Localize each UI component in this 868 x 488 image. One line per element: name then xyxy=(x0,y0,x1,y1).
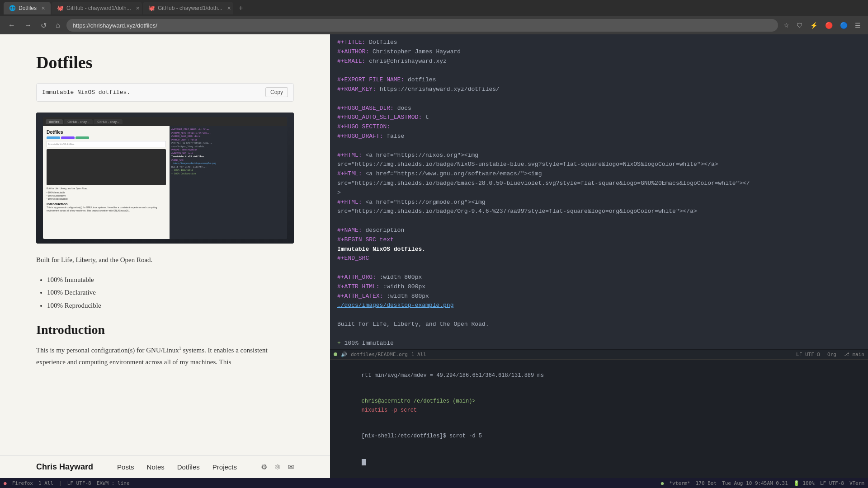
sys-encoding-right: LF UTF-8 xyxy=(820,480,844,486)
sys-datetime: Tue Aug 10 9:45AM 0.31 xyxy=(722,480,788,486)
sys-battery: 🔋 100% xyxy=(793,480,815,486)
tab-close-button-2[interactable]: ✕ xyxy=(136,5,140,11)
github-icon[interactable]: ⚙ xyxy=(261,463,267,471)
mini-tabs: dotfiles GitHub - chay... GitHub - chay.… xyxy=(43,117,287,126)
tab-github-1[interactable]: 🐙 GitHub - chayward1/doth... ✕ xyxy=(52,2,142,14)
editor-line-31 xyxy=(337,329,861,339)
sys-bot-count: 170 Bot xyxy=(696,480,717,486)
editor-line-13: src="https://img.shields.io/badge/NixOS-… xyxy=(337,160,861,169)
browser-chrome: 🌐 Dotfiles ✕ 🐙 GitHub - chayward1/doth..… xyxy=(0,0,868,34)
mini-editor-line-5: #+HUGO_DRAFT: false xyxy=(171,138,285,142)
terminal-cursor-line[interactable] xyxy=(335,449,863,475)
tab-favicon-2: 🐙 xyxy=(57,5,64,11)
mini-editor-line-12: Immutable NixOS dotfiles. xyxy=(171,155,285,159)
editor-line-30: Built for Life, Liberty, and the Open Ro… xyxy=(337,320,861,329)
terminal-prompt-line: chris@acernitro /e/dotfiles (main)> nixu… xyxy=(335,389,863,423)
tab-favicon: 🌐 xyxy=(9,5,16,11)
editor-line-26: #+ATTR_HTML: :width 800px xyxy=(337,282,861,292)
footer-link-notes[interactable]: Notes xyxy=(147,463,165,471)
mini-tab-3: GitHub - chay... xyxy=(94,119,123,124)
social-icon-2[interactable]: ⚛ xyxy=(274,463,281,471)
editor-content[interactable]: #+TITLE: Dotfiles#+AUTHOR: Christopher J… xyxy=(330,34,868,349)
main-area: Dotfiles Immutable NixOS dotfiles. Copy … xyxy=(0,34,868,478)
terminal-area[interactable]: rtt min/avg/max/mdev = 49.294/186.651/36… xyxy=(330,359,868,478)
footer-links: Posts Notes Dotfiles Projects xyxy=(117,463,237,471)
mini-editor-line-20: + 100% Declarative xyxy=(171,172,285,176)
tab-dotfiles[interactable]: 🌐 Dotfiles ✕ xyxy=(4,2,51,14)
tab-close-button[interactable]: ✕ xyxy=(41,5,45,11)
status-indicator xyxy=(334,352,337,356)
mini-editor: #+EXPORT_FILE_NAME: dotfiles #+ROAM_KEY:… xyxy=(170,126,287,239)
editor-line-29 xyxy=(337,310,861,320)
back-button[interactable]: ← xyxy=(5,19,18,31)
mini-page-title: Dotfiles xyxy=(47,130,166,135)
mini-screenshot xyxy=(47,149,166,185)
mini-tab-2: GitHub - chay... xyxy=(64,119,93,124)
mini-intro-text: This is my personal configuration(s) for… xyxy=(47,206,166,212)
extension-button-2[interactable]: ⚡ xyxy=(808,21,820,30)
footer-link-posts[interactable]: Posts xyxy=(117,463,134,471)
tab-close-button-3[interactable]: ✕ xyxy=(227,5,231,11)
tab-github-2[interactable]: 🐙 GitHub - chayward1/doth... ✕ xyxy=(143,2,233,14)
footer-social-icons: ⚙ ⚛ ✉ xyxy=(261,463,294,471)
intro-heading: Introduction xyxy=(36,323,294,337)
code-block-header: Immutable NixOS dotfiles. Copy xyxy=(37,84,293,101)
mini-editor-line-1: #+EXPORT_FILE_NAME: dotfiles xyxy=(171,128,285,131)
mini-content: Dotfiles Immutable NixOS dotfiles. Built… xyxy=(43,126,287,239)
new-tab-button[interactable]: + xyxy=(236,4,245,12)
editor-line-32: + 100% Immutable xyxy=(337,339,861,348)
editor-line-6 xyxy=(337,94,861,104)
intro-paragraph: This is my personal configuration(s) for… xyxy=(36,344,294,368)
mini-editor-line-8: src="https://img.shields... xyxy=(171,145,285,149)
screenshot-inner: dotfiles GitHub - chay... GitHub - chay.… xyxy=(36,113,294,244)
terminal-prompt: chris@acernitro /e/dotfiles (main)> xyxy=(362,398,476,404)
sys-vterm-label: *vterm* xyxy=(669,480,690,486)
tab-favicon-3: 🐙 xyxy=(148,5,155,11)
code-block-text: Immutable NixOS dotfiles. xyxy=(42,89,130,96)
extension-button-4[interactable]: 🔵 xyxy=(838,21,849,30)
intro-text-1: This is my personal configuration(s) for… xyxy=(36,347,179,354)
address-bar[interactable] xyxy=(66,19,778,32)
home-button[interactable]: ⌂ xyxy=(53,19,63,31)
mini-page: Dotfiles Immutable NixOS dotfiles. Built… xyxy=(43,126,170,239)
editor-line-16: > xyxy=(337,188,861,198)
editor-line-7: #+HUGO_BASE_DIR: docs xyxy=(337,104,861,113)
editor-statusbar: 🔊 dotfiles/README.org 1 All LF UTF-8 Org… xyxy=(330,349,868,359)
mini-body-text: Built for Life, Liberty, and the Open Ro… xyxy=(47,187,166,190)
menu-button[interactable]: ☰ xyxy=(853,21,863,30)
editor-line-4: #+EXPORT_FILE_NAME: dotfiles xyxy=(337,75,861,85)
terminal-shell-line: [nix-shell:/etc/dotfiles]$ scrot -d 5 xyxy=(335,423,863,450)
mini-badge-3 xyxy=(75,136,89,139)
extension-button-3[interactable]: 🔴 xyxy=(823,21,835,30)
editor-line-18: src="https://img.shields.io/badge/Org-9.… xyxy=(337,207,861,216)
editor-encoding: LF UTF-8 xyxy=(796,352,820,357)
editor-line-2: #+EMAIL: chris@chrishayward.xyz xyxy=(337,57,861,66)
email-icon[interactable]: ✉ xyxy=(288,463,294,471)
extension-button-1[interactable]: 🛡 xyxy=(795,21,805,30)
screenshot-preview: dotfiles GitHub - chay... GitHub - chay.… xyxy=(36,113,294,244)
footer-link-projects[interactable]: Projects xyxy=(212,463,237,471)
sys-firefox-label: Firefox xyxy=(12,480,33,486)
list-item-1: 100% Immutable xyxy=(47,273,294,286)
reload-button[interactable]: ↺ xyxy=(38,19,49,32)
editor-line-10: #+HUGO_DRAFT: false xyxy=(337,132,861,141)
editor-panel: #+TITLE: Dotfiles#+AUTHOR: Christopher J… xyxy=(330,34,868,478)
tab-bar: 🌐 Dotfiles ✕ 🐙 GitHub - chayward1/doth..… xyxy=(0,0,868,16)
editor-line-22: Immutable NixOS dotfiles. xyxy=(337,245,861,254)
copy-button[interactable]: Copy xyxy=(265,87,288,97)
tab-label-2: GitHub - chayward1/doth... xyxy=(66,5,131,11)
mini-editor-line-15: ./docs/images/desktop-example.png xyxy=(171,162,285,165)
page-title: Dotfiles xyxy=(36,52,294,72)
footer-link-dotfiles[interactable]: Dotfiles xyxy=(177,463,200,471)
mini-browser-preview: dotfiles GitHub - chay... GitHub - chay.… xyxy=(43,117,287,239)
mini-editor-line-17: Built for Life, Liberty... xyxy=(171,165,285,169)
sys-separator-1: | xyxy=(59,480,62,486)
editor-line-0: #+TITLE: Dotfiles xyxy=(337,38,861,47)
mini-badge-2 xyxy=(61,136,75,139)
sys-dot-right: ● xyxy=(661,480,664,486)
bookmark-button[interactable]: ☆ xyxy=(782,21,791,30)
forward-button[interactable]: → xyxy=(22,19,34,31)
editor-line-12: #+HTML: <a href="https://nixos.org"><img xyxy=(337,151,861,160)
list-item-2: 100% Declarative xyxy=(47,286,294,299)
editor-line-19 xyxy=(337,216,861,226)
